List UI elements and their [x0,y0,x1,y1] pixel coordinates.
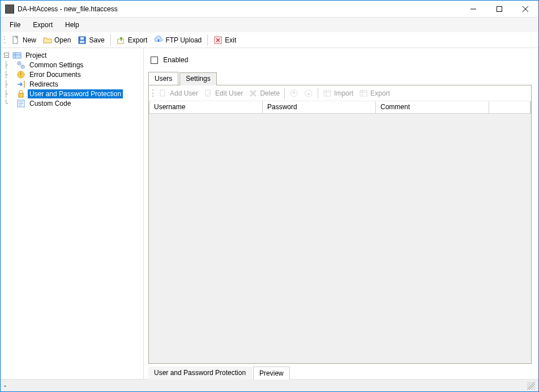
tree-label-userpass: User and Password Protection [28,89,123,98]
arrow-down-icon [304,89,313,98]
svg-point-17 [19,63,20,64]
app-window: DA-HtAccess - new_file.htaccess File Exp… [0,0,539,392]
svg-rect-7 [80,41,84,43]
window-title: DA-HtAccess - new_file.htaccess [18,5,118,13]
export-icon [117,36,126,45]
statusbar: - [1,379,538,391]
tree-root-label: Project [24,51,48,60]
content-area: − Project ├ Common Settings ├ ! Error Do… [1,48,538,379]
enabled-label: Enabled [163,56,188,64]
new-button[interactable]: New [9,35,38,46]
ftp-label: FTP Upload [165,36,202,44]
arrow-up-icon [289,89,298,98]
code-icon [16,99,25,108]
svg-rect-33 [324,91,331,96]
delete-icon [249,89,258,98]
delete-user-button[interactable]: Delete [246,88,282,99]
col-spacer [489,101,531,113]
lock-icon [16,89,25,98]
users-toolbar: Add User Edit User Delete [149,85,531,101]
menubar: File Export Help [1,18,538,32]
exit-label: Exit [225,36,236,44]
new-label: New [23,36,36,44]
col-comment[interactable]: Comment [376,101,489,113]
edit-user-icon [204,89,213,98]
project-icon [12,51,22,60]
delete-label: Delete [260,89,280,97]
app-icon [5,5,14,14]
svg-rect-12 [13,53,21,58]
import-button[interactable]: Import [320,88,356,99]
tree-label-custom: Custom Code [28,99,72,108]
save-button[interactable]: Save [75,35,106,46]
enabled-checkbox[interactable] [151,57,158,64]
export-users-icon [359,89,368,98]
menu-export[interactable]: Export [27,19,58,31]
export-label: Export [128,36,148,44]
open-label: Open [54,36,71,44]
users-panel: Add User Edit User Delete [148,85,532,364]
tab-settings[interactable]: Settings [179,72,216,85]
add-user-button[interactable]: Add User [156,88,200,99]
open-folder-icon [43,36,52,45]
resize-grip-icon[interactable] [527,382,535,390]
svg-rect-1 [497,6,502,11]
col-username[interactable]: Username [149,101,263,113]
tree-item-userpass[interactable]: ├ User and Password Protection [4,89,143,98]
main-toolbar: New Open Save Export FTP Upload Exit [1,32,538,48]
error-doc-icon: ! [16,70,25,79]
col-password[interactable]: Password [263,101,376,113]
settings-icon [16,61,25,70]
import-label: Import [334,89,353,97]
cloud-upload-icon [154,36,163,45]
export-users-button[interactable]: Export [357,88,392,99]
maximize-button[interactable] [486,1,512,18]
save-label: Save [89,36,104,44]
edit-user-label: Edit User [215,89,243,97]
move-down-button[interactable] [302,88,315,99]
svg-rect-26 [160,90,165,96]
svg-text:!: ! [20,72,22,78]
exit-icon [213,36,223,45]
edit-user-button[interactable]: Edit User [202,88,245,99]
main-panel: Enabled Users Settings Add User [144,48,538,379]
add-user-icon [159,89,168,98]
svg-point-18 [22,66,23,67]
open-button[interactable]: Open [41,35,73,46]
bottom-tab-preview[interactable]: Preview [253,367,290,380]
users-grid-body[interactable] [149,114,531,363]
new-file-icon [11,36,20,45]
project-tree[interactable]: − Project ├ Common Settings ├ ! Error Do… [1,48,144,379]
menu-file[interactable]: File [4,19,26,31]
bottom-tabstrip: User and Password Protection Preview [148,366,532,379]
tree-item-common[interactable]: ├ Common Settings [4,60,143,70]
tab-users[interactable]: Users [148,72,178,85]
svg-rect-21 [19,93,23,97]
export-button[interactable]: Export [114,35,150,46]
save-disk-icon [78,36,87,45]
bottom-tab-main[interactable]: User and Password Protection [148,367,252,380]
svg-rect-36 [360,91,367,96]
import-icon [323,89,332,98]
tree-label-redirects: Redirects [28,80,60,89]
tree-item-redirects[interactable]: ├ Redirects [4,79,143,89]
collapse-icon[interactable]: − [4,53,9,58]
tree-root[interactable]: − Project [4,50,143,60]
minimize-button[interactable] [460,1,486,18]
tree-item-error[interactable]: ├ ! Error Documents [4,70,143,79]
tree-label-error: Error Documents [28,70,83,79]
titlebar: DA-HtAccess - new_file.htaccess [1,1,538,18]
svg-rect-6 [80,37,84,40]
ftp-upload-button[interactable]: FTP Upload [152,35,204,46]
tree-label-common: Common Settings [28,61,85,70]
close-button[interactable] [512,1,538,18]
add-user-label: Add User [170,89,198,97]
exit-button[interactable]: Exit [211,35,238,46]
menu-help[interactable]: Help [59,19,85,31]
move-up-button[interactable] [287,88,301,99]
users-grid-header: Username Password Comment [149,101,531,114]
enabled-row: Enabled [146,51,534,72]
status-text: - [4,382,6,390]
tree-item-custom[interactable]: └ Custom Code [4,98,143,108]
redirect-icon [16,80,25,89]
